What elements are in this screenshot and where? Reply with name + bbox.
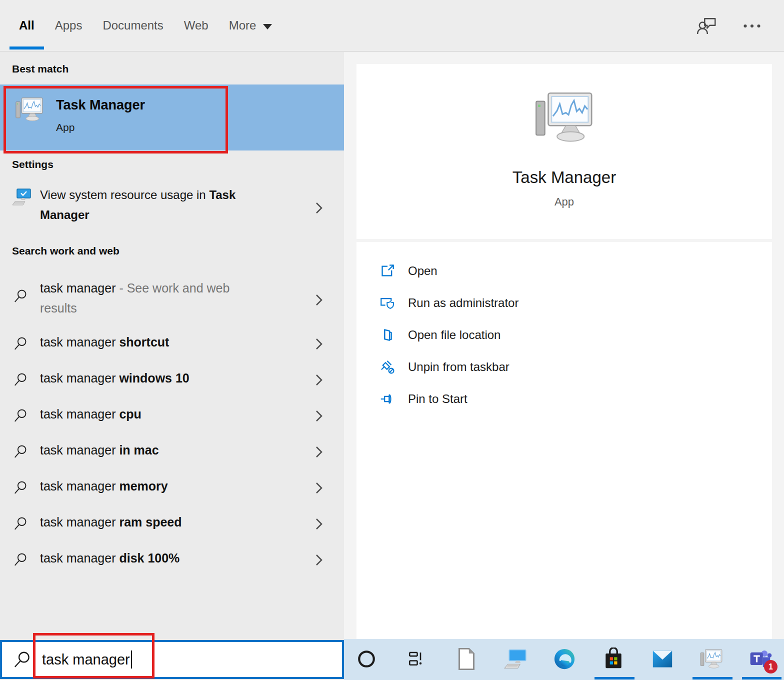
- suggestion-prefix: task manager: [40, 479, 119, 493]
- suggestion-bold: cpu: [119, 407, 141, 421]
- teams-notification-badge: 1: [764, 660, 778, 674]
- search-icon: [13, 650, 31, 669]
- search-icon: [13, 516, 28, 532]
- unpin-icon: [380, 360, 395, 374]
- chevron-right-icon: [313, 552, 325, 568]
- search-results-panel: Best match Task Manager App Settings: [0, 52, 344, 640]
- search-suggestion-row[interactable]: task manager shortcut: [0, 325, 344, 361]
- suggestion-prefix: task manager: [40, 551, 119, 565]
- suggestion-text: task manager in mac: [40, 443, 159, 458]
- tab-documents[interactable]: Documents: [102, 0, 163, 51]
- settings-result[interactable]: View system resource usage in Task Manag…: [0, 178, 344, 234]
- suggestion-prefix: task manager: [40, 281, 116, 295]
- open-file-location-icon: [380, 328, 395, 342]
- running-indicator-task-manager: [692, 677, 732, 680]
- tab-apps[interactable]: Apps: [55, 0, 82, 51]
- search-suggestion-row[interactable]: task manager windows 10: [0, 361, 344, 397]
- suggestion-prefix: task manager: [40, 515, 119, 529]
- preview-subtitle: App: [554, 196, 574, 208]
- chevron-right-icon: [313, 408, 325, 424]
- suggestion-prefix: task manager: [40, 443, 119, 457]
- action-unpin-from-taskbar[interactable]: Unpin from taskbar: [356, 351, 772, 383]
- settings-heading: Settings: [12, 158, 54, 170]
- search-input[interactable]: task manager: [0, 640, 344, 679]
- tab-apps-label: Apps: [55, 18, 82, 32]
- search-filter-tabs: All Apps Documents Web More: [0, 0, 784, 52]
- search-suggestion-row[interactable]: task manager cpu: [0, 397, 344, 433]
- tab-web-label: Web: [184, 18, 208, 32]
- suggestion-text: task manager shortcut: [40, 335, 169, 350]
- feedback-icon[interactable]: [696, 16, 717, 36]
- search-icon: [13, 408, 28, 424]
- preview-actions-card: Open Run as administrator: [356, 242, 772, 639]
- chevron-right-icon: [313, 516, 325, 532]
- tab-all[interactable]: All: [19, 0, 34, 51]
- chevron-down-icon: [263, 24, 272, 30]
- suggestion-bold: shortcut: [119, 335, 169, 349]
- best-match-result[interactable]: Task Manager App: [0, 84, 344, 150]
- suggestion-prefix: task manager: [40, 335, 119, 349]
- windows-search-panel: All Apps Documents Web More Best: [0, 0, 784, 680]
- mail-icon[interactable]: [650, 646, 675, 672]
- best-match-heading: Best match: [12, 63, 68, 75]
- task-manager-app-icon: [14, 96, 45, 124]
- settings-result-label: View system resource usage in Task Manag…: [40, 185, 285, 225]
- search-suggestion-row[interactable]: task manager in mac: [0, 433, 344, 469]
- chevron-right-icon: [313, 200, 325, 216]
- search-icon: [13, 372, 28, 388]
- task-view-icon[interactable]: [403, 646, 428, 672]
- microsoft-store-icon[interactable]: [601, 646, 626, 672]
- settings-label-prefix: View system resource usage in: [40, 188, 209, 202]
- tab-documents-label: Documents: [102, 18, 163, 32]
- chevron-right-icon: [313, 372, 325, 388]
- suggestion-bold: in mac: [119, 443, 158, 457]
- text-cursor: [131, 650, 132, 668]
- search-suggestion-row[interactable]: task manager - See work and web results: [0, 273, 344, 325]
- search-suggestion-row[interactable]: task manager memory: [0, 469, 344, 505]
- preview-app-card: Task Manager App: [356, 64, 772, 239]
- action-label: Run as administrator: [408, 296, 518, 310]
- preview-title: Task Manager: [512, 168, 616, 187]
- preview-panel: Task Manager App Open: [344, 52, 784, 639]
- action-open[interactable]: Open: [356, 255, 772, 287]
- action-label: Open: [408, 264, 438, 278]
- suggestion-bold: ram speed: [119, 515, 182, 529]
- run-as-administrator-icon: [380, 296, 395, 310]
- suggestion-text: task manager memory: [40, 479, 168, 494]
- tab-web[interactable]: Web: [184, 0, 208, 51]
- best-match-title: Task Manager: [56, 98, 145, 113]
- more-options-icon[interactable]: [743, 24, 761, 28]
- search-input-value: task manager: [42, 652, 130, 668]
- tab-more[interactable]: More: [229, 0, 272, 51]
- action-label: Pin to Start: [408, 392, 468, 406]
- suggestion-prefix: task manager: [40, 407, 119, 421]
- search-icon: [13, 552, 28, 568]
- search-icon: [13, 288, 28, 304]
- search-suggestion-row[interactable]: task manager disk 100%: [0, 541, 344, 577]
- cortana-icon[interactable]: [354, 646, 379, 672]
- web-search-heading: Search work and web: [12, 245, 120, 257]
- suggestion-text: task manager disk 100%: [40, 551, 180, 566]
- chevron-right-icon: [313, 444, 325, 460]
- action-label: Unpin from taskbar: [408, 360, 510, 374]
- chevron-right-icon: [313, 480, 325, 496]
- task-manager-taskbar-icon[interactable]: [699, 646, 724, 672]
- action-label: Open file location: [408, 328, 500, 342]
- suggestion-text: task manager cpu: [40, 407, 142, 422]
- edge-browser-icon[interactable]: [552, 646, 577, 672]
- suggestion-text: task manager ram speed: [40, 515, 182, 530]
- pin-icon: [380, 392, 395, 406]
- tab-all-label: All: [19, 18, 34, 32]
- action-open-file-location[interactable]: Open file location: [356, 319, 772, 351]
- suggestion-text: task manager - See work and web results: [40, 278, 260, 318]
- action-run-as-administrator[interactable]: Run as administrator: [356, 287, 772, 319]
- search-suggestion-row[interactable]: task manager ram speed: [0, 505, 344, 541]
- tab-more-label: More: [229, 18, 256, 32]
- suggestion-text: task manager windows 10: [40, 371, 190, 386]
- suggestion-bold: memory: [119, 479, 168, 493]
- running-indicator-teams: [742, 677, 782, 680]
- search-icon: [13, 444, 28, 460]
- action-pin-to-start[interactable]: Pin to Start: [356, 383, 772, 415]
- document-app-icon[interactable]: [454, 646, 479, 672]
- pc-monitor-icon[interactable]: [503, 646, 528, 672]
